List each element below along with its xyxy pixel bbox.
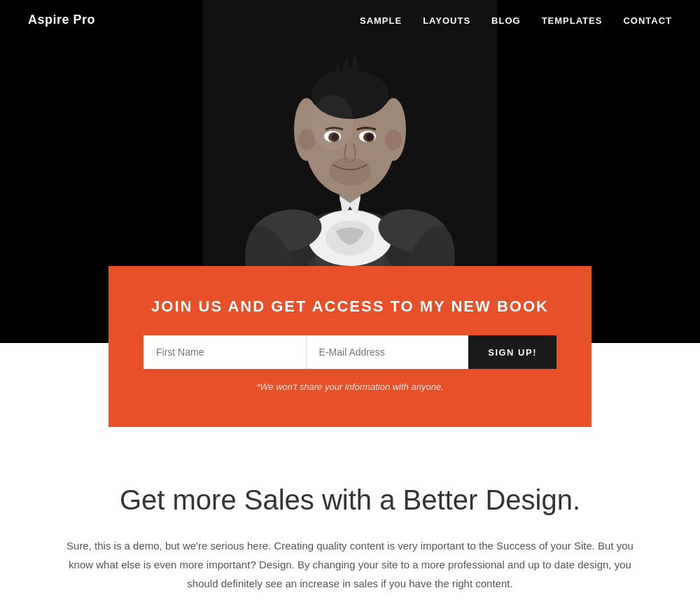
svg-point-22 — [329, 158, 371, 186]
signup-button[interactable]: SIGN UP! — [468, 335, 556, 369]
site-logo[interactable]: Aspire Pro — [28, 13, 95, 27]
email-input[interactable] — [307, 335, 469, 369]
bottom-content-section: Get more Sales with a Better Design. Sur… — [0, 427, 700, 616]
svg-point-30 — [312, 94, 354, 150]
privacy-notice: *We won't share your information with an… — [144, 382, 556, 392]
site-header: Aspire Pro SAMPLE LAYOUTS BLOG TEMPLATES… — [0, 0, 700, 40]
learn-how-label: Learn How — [317, 613, 368, 617]
main-nav: SAMPLE LAYOUTS BLOG TEMPLATES CONTACT — [360, 14, 672, 27]
arrow-icon: → — [372, 612, 383, 616]
nav-link-blog[interactable]: BLOG — [491, 15, 521, 26]
bottom-heading: Get more Sales with a Better Design. — [56, 483, 644, 517]
nav-item-sample[interactable]: SAMPLE — [360, 14, 402, 27]
cta-heading: JOIN US AND GET ACCESS TO MY NEW BOOK — [144, 298, 556, 316]
nav-item-blog[interactable]: BLOG — [491, 14, 521, 27]
nav-link-contact[interactable]: CONTACT — [623, 15, 672, 26]
cta-section: JOIN US AND GET ACCESS TO MY NEW BOOK SI… — [108, 266, 592, 427]
svg-point-21 — [366, 134, 373, 141]
nav-link-sample[interactable]: SAMPLE — [360, 15, 402, 26]
bottom-body-text: Sure, this is a demo, but we're serious … — [63, 536, 637, 593]
learn-how-link[interactable]: Learn How → — [317, 612, 384, 616]
signup-form: SIGN UP! — [144, 335, 556, 369]
nav-link-layouts[interactable]: LAYOUTS — [423, 15, 470, 26]
nav-item-templates[interactable]: TEMPLATES — [542, 14, 603, 27]
svg-point-14 — [298, 130, 315, 150]
nav-item-contact[interactable]: CONTACT — [623, 14, 672, 27]
first-name-input[interactable] — [144, 335, 307, 369]
svg-point-15 — [385, 130, 402, 150]
nav-link-templates[interactable]: TEMPLATES — [542, 15, 603, 26]
nav-item-layouts[interactable]: LAYOUTS — [423, 14, 470, 27]
